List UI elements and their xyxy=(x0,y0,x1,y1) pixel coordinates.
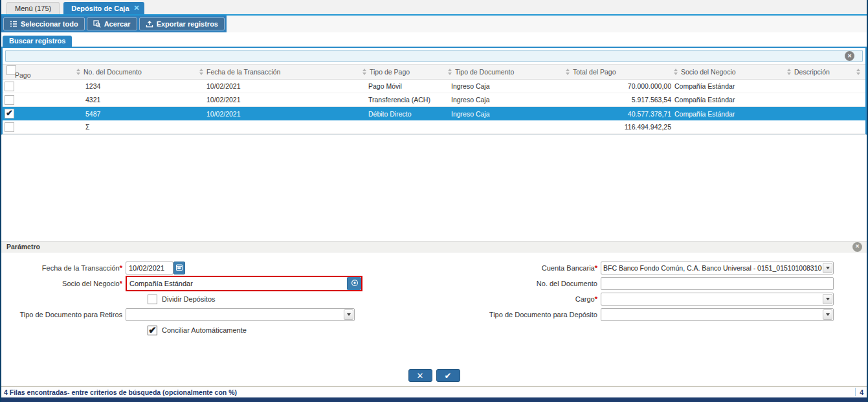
zoom-button[interactable]: Acercar xyxy=(87,17,137,30)
chevron-down-icon[interactable] xyxy=(823,309,832,320)
fecha-transaccion-input[interactable] xyxy=(126,262,173,274)
row-checkbox-checked[interactable]: ✔ xyxy=(5,109,14,118)
header-doc-no[interactable]: No. del Documento xyxy=(75,68,198,76)
header-pago: Pago xyxy=(3,65,75,80)
cell-doc-no: 1234 xyxy=(75,82,198,90)
header-tipo-pago[interactable]: Tipo de Pago xyxy=(361,68,447,76)
window-bottom-edge xyxy=(1,397,867,402)
empty-area xyxy=(1,135,867,241)
header-descripcion[interactable]: Descripción xyxy=(786,68,854,76)
chevron-down-icon[interactable] xyxy=(823,294,832,304)
empty-area xyxy=(1,338,867,369)
required-asterisk: * xyxy=(120,264,122,272)
cuenta-bancaria-label: Cuenta Bancaria* xyxy=(436,264,601,272)
close-tab-icon[interactable]: ✕ xyxy=(134,4,140,12)
socio-negocio-field-error xyxy=(126,276,362,291)
header-extra[interactable] xyxy=(854,69,865,75)
parameter-section-header: Parámetro ✕ xyxy=(1,241,867,252)
tab-buscar-registros[interactable]: Buscar registros xyxy=(3,36,72,47)
tipo-doc-deposito-value xyxy=(601,309,822,320)
cargo-select[interactable] xyxy=(601,293,834,306)
cell-doc-no: 5487 xyxy=(75,110,198,118)
table-row-sum[interactable]: Σ 116.494.942,25 xyxy=(3,120,865,134)
cuenta-bancaria-select[interactable]: BFC Banco Fondo Común, C.A. Banco Univer… xyxy=(601,262,834,274)
calendar-button[interactable] xyxy=(173,262,185,274)
table-row[interactable]: 1234 10/02/2021 Pago Móvil Ingreso Caja … xyxy=(3,80,865,93)
zoom-label: Acercar xyxy=(104,20,131,28)
zoom-icon xyxy=(93,20,101,28)
business-partner-lookup-button[interactable] xyxy=(347,277,361,290)
sort-icon[interactable] xyxy=(76,69,80,75)
header-total[interactable]: Total del Pago xyxy=(564,68,673,76)
required-asterisk: * xyxy=(595,264,597,272)
tab-menu[interactable]: Menú (175) xyxy=(6,2,60,14)
confirm-button-row: ✕ ✔ xyxy=(1,369,867,382)
cell-socio: Compañía Estándar xyxy=(673,96,786,104)
conciliar-automaticamente-label: Conciliar Automáticamente xyxy=(162,326,247,334)
confirm-button[interactable]: ✔ xyxy=(436,369,460,382)
sort-icon[interactable] xyxy=(674,69,678,75)
select-all-button[interactable]: Seleccionar todo xyxy=(3,17,85,30)
required-asterisk: * xyxy=(120,280,122,287)
conciliar-automaticamente-checkbox[interactable]: ✔ xyxy=(148,326,157,335)
header-fecha[interactable]: Fecha de la Transacción xyxy=(198,68,361,76)
cell-tipo-doc: Ingreso Caja xyxy=(447,82,564,90)
sort-icon[interactable] xyxy=(362,69,366,75)
tipo-doc-retiros-select[interactable] xyxy=(126,308,355,321)
table-row-selected[interactable]: ✔ 5487 10/02/2021 Débito Directo Ingreso… xyxy=(3,107,865,120)
cell-socio: Compañía Estándar xyxy=(673,82,786,90)
cancel-icon: ✕ xyxy=(417,372,424,380)
search-input[interactable] xyxy=(5,50,863,62)
cell-doc-no: 4321 xyxy=(75,96,198,104)
tab-menu-label: Menú (175) xyxy=(15,5,51,12)
export-records-button[interactable]: Exportar registros xyxy=(139,17,225,30)
tipo-doc-deposito-label: Tipo de Documento para Depósito xyxy=(436,311,601,318)
export-label: Exportar registros xyxy=(157,20,218,28)
select-all-icon xyxy=(10,20,17,28)
status-bar: 4 Filas encontradas- entre criterios de … xyxy=(1,386,867,397)
chevron-down-icon[interactable] xyxy=(823,263,832,273)
no-documento-label: No. del Documento xyxy=(436,280,601,287)
search-row: ✕ xyxy=(3,48,865,65)
cell-tipo-doc: Ingreso Caja xyxy=(447,96,564,104)
socio-negocio-input[interactable] xyxy=(127,277,347,290)
row-checkbox[interactable] xyxy=(5,82,14,91)
table-row[interactable]: 4321 10/02/2021 Transferencia (ACH) Ingr… xyxy=(3,93,865,107)
cargo-label: Cargo* xyxy=(436,295,601,303)
sort-icon[interactable] xyxy=(566,69,570,75)
toolbar: Seleccionar todo Acercar Exportar regist… xyxy=(1,16,867,32)
tipo-doc-deposito-select[interactable] xyxy=(601,308,834,321)
header-tipo-doc[interactable]: Tipo de Documento xyxy=(447,68,564,76)
search-tab-row: Buscar registros xyxy=(1,32,867,47)
parameter-title: Parámetro xyxy=(1,243,40,251)
parameter-form: Fecha de la Transacción* Cuenta Bancaria… xyxy=(1,252,867,338)
header-socio[interactable]: Socio del Negocio xyxy=(673,68,786,76)
row-checkbox[interactable] xyxy=(5,122,14,132)
cell-tipo-doc: Ingreso Caja xyxy=(447,110,564,118)
select-all-label: Seleccionar todo xyxy=(21,20,78,28)
dividir-depositos-checkbox[interactable] xyxy=(148,295,157,304)
window-tab-bar: Menú (175) Depósito de Caja ✕ xyxy=(1,0,867,14)
cell-tipo-pago: Débito Directo xyxy=(361,110,447,118)
cell-doc-no: Σ xyxy=(75,123,198,131)
cell-total-sum: 116.494.942,25 xyxy=(564,123,673,131)
record-count-wrap: 4 xyxy=(855,388,867,396)
chevron-down-icon[interactable] xyxy=(344,309,353,320)
sort-icon[interactable] xyxy=(199,69,203,75)
application-window: Menú (175) Depósito de Caja ✕ Selecciona… xyxy=(0,0,868,402)
row-checkbox[interactable] xyxy=(5,95,14,105)
sort-icon[interactable] xyxy=(787,69,791,75)
cell-fecha: 10/02/2021 xyxy=(198,96,361,104)
cell-fecha: 10/02/2021 xyxy=(198,82,361,90)
cell-total: 5.917.563,54 xyxy=(564,96,673,104)
sort-icon[interactable] xyxy=(448,69,452,75)
collapse-panel-icon[interactable]: ✕ xyxy=(852,242,862,252)
cancel-button[interactable]: ✕ xyxy=(408,369,432,382)
no-documento-input[interactable] xyxy=(601,277,834,290)
sort-icon[interactable] xyxy=(856,69,860,75)
clear-search-icon[interactable]: ✕ xyxy=(845,51,854,61)
socio-negocio-label: Socio del Negocio* xyxy=(1,280,126,287)
tab-deposito-de-caja[interactable]: Depósito de Caja ✕ xyxy=(63,2,144,14)
toolbar-button-cluster: Seleccionar todo Acercar Exportar regist… xyxy=(1,16,227,32)
tipo-doc-retiros-label: Tipo de Documento para Retiros xyxy=(1,311,126,318)
